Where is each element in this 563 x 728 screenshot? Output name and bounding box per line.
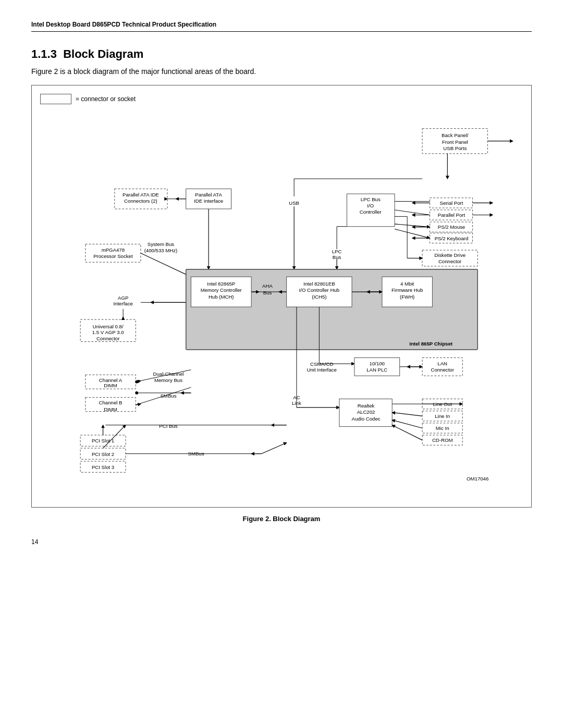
svg-text:PS/2 Mouse: PS/2 Mouse bbox=[438, 224, 465, 230]
svg-text:Connector: Connector bbox=[438, 258, 462, 264]
svg-text:USB: USB bbox=[289, 200, 299, 206]
svg-text:mPGA478: mPGA478 bbox=[102, 247, 125, 253]
svg-text:LPC Bus: LPC Bus bbox=[361, 196, 381, 202]
svg-text:System Bus: System Bus bbox=[148, 241, 175, 247]
svg-text:Intel 865P Chipset: Intel 865P Chipset bbox=[409, 341, 453, 347]
svg-text:Universal  0.8/: Universal 0.8/ bbox=[93, 324, 124, 329]
svg-text:PCI Bus: PCI Bus bbox=[159, 423, 177, 429]
svg-text:ALC202: ALC202 bbox=[357, 409, 375, 415]
intro-paragraph: Figure 2 is a block diagram of the major… bbox=[31, 67, 532, 76]
svg-text:Diskette Drive: Diskette Drive bbox=[434, 252, 466, 258]
svg-text:Processor Socket: Processor Socket bbox=[93, 253, 133, 259]
svg-text:AHA: AHA bbox=[262, 283, 273, 289]
svg-text:Firmware Hub: Firmware Hub bbox=[391, 287, 423, 293]
svg-text:SMBus: SMBus bbox=[188, 451, 204, 456]
svg-line-21 bbox=[395, 210, 430, 215]
intro-text: Figure 2 is a block diagram of the major… bbox=[31, 67, 256, 76]
legend-text: = connector or socket bbox=[76, 95, 136, 103]
document-header: Intel Desktop Board D865PCD Technical Pr… bbox=[31, 21, 532, 32]
section-title: 1.1.3 Block Diagram bbox=[31, 47, 532, 61]
svg-text:1.5 V AGP 3.0: 1.5 V AGP 3.0 bbox=[92, 329, 124, 335]
svg-text:LPC: LPC bbox=[332, 249, 342, 254]
svg-text:CD-ROM: CD-ROM bbox=[432, 437, 453, 443]
svg-text:Parallel ATA IDE: Parallel ATA IDE bbox=[123, 192, 159, 198]
svg-text:Parallel ATA: Parallel ATA bbox=[195, 192, 222, 198]
svg-line-133 bbox=[392, 413, 422, 416]
svg-text:Hub (MCH): Hub (MCH) bbox=[209, 294, 234, 300]
svg-text:Front Panel: Front Panel bbox=[442, 139, 468, 145]
svg-text:PS/2 Keyboard: PS/2 Keyboard bbox=[435, 236, 469, 241]
svg-text:(ICH5): (ICH5) bbox=[312, 294, 326, 300]
figure-caption-text: Figure 2. Block Diagram bbox=[243, 515, 321, 523]
svg-text:DIMM: DIMM bbox=[104, 406, 117, 412]
svg-text:LAN: LAN bbox=[437, 361, 447, 366]
svg-text:Back Panel/: Back Panel/ bbox=[442, 132, 469, 138]
svg-text:AGP: AGP bbox=[118, 295, 128, 301]
svg-line-30 bbox=[395, 229, 430, 238]
header-title: Intel Desktop Board D865PCD Technical Pr… bbox=[31, 21, 216, 28]
svg-text:Connectors (2): Connectors (2) bbox=[124, 198, 157, 204]
svg-line-117 bbox=[136, 387, 191, 405]
block-diagram-svg: text { font-family: Arial, Helvetica, sa… bbox=[40, 112, 523, 502]
page-number: 14 bbox=[31, 538, 532, 546]
svg-text:Intel 82801EB: Intel 82801EB bbox=[303, 281, 335, 287]
svg-text:Line In: Line In bbox=[435, 413, 450, 419]
svg-text:Parallel Port: Parallel Port bbox=[438, 212, 466, 218]
svg-text:Bus: Bus bbox=[263, 290, 272, 295]
svg-text:OM17046: OM17046 bbox=[467, 476, 488, 482]
svg-text:I/O: I/O bbox=[367, 203, 374, 208]
svg-text:Connector: Connector bbox=[96, 336, 120, 341]
svg-line-152 bbox=[261, 442, 286, 453]
svg-text:SMBus: SMBus bbox=[160, 393, 176, 399]
svg-text:LAN PLC: LAN PLC bbox=[366, 367, 387, 373]
svg-text:PCI Slot 1: PCI Slot 1 bbox=[92, 438, 114, 443]
svg-text:I/O Controller Hub: I/O Controller Hub bbox=[299, 287, 340, 293]
svg-text:4 Mbit: 4 Mbit bbox=[400, 281, 414, 287]
svg-text:Audio Codec: Audio Codec bbox=[351, 416, 380, 422]
svg-text:Realtek: Realtek bbox=[358, 403, 375, 409]
svg-line-139 bbox=[392, 425, 422, 440]
svg-text:Unit Interface: Unit Interface bbox=[307, 367, 337, 373]
svg-line-136 bbox=[392, 420, 422, 428]
svg-text:10/100: 10/100 bbox=[370, 361, 385, 366]
page-number-text: 14 bbox=[31, 538, 38, 546]
svg-text:(FWH): (FWH) bbox=[400, 294, 414, 300]
svg-line-26 bbox=[395, 224, 430, 227]
svg-line-58 bbox=[141, 253, 191, 277]
section-number: 1.1.3 bbox=[31, 47, 57, 60]
svg-text:Connector: Connector bbox=[431, 367, 454, 373]
svg-text:PCI Slot 3: PCI Slot 3 bbox=[92, 464, 114, 470]
svg-text:Intel 82865P: Intel 82865P bbox=[207, 281, 235, 287]
svg-text:(400/533 MHz): (400/533 MHz) bbox=[144, 248, 178, 253]
svg-text:Channel B: Channel B bbox=[99, 400, 123, 405]
svg-text:DIMM: DIMM bbox=[104, 382, 117, 388]
svg-text:Serial Port: Serial Port bbox=[440, 200, 463, 206]
svg-text:Controller: Controller bbox=[360, 209, 382, 215]
svg-point-109 bbox=[135, 380, 138, 384]
svg-text:IDE Interface: IDE Interface bbox=[194, 198, 223, 204]
svg-text:PCI Slot 2: PCI Slot 2 bbox=[92, 451, 114, 457]
svg-text:Interface: Interface bbox=[113, 301, 132, 306]
section-title-text: Block Diagram bbox=[63, 47, 143, 60]
svg-text:Memory Controller: Memory Controller bbox=[201, 287, 242, 293]
svg-text:Channel A: Channel A bbox=[99, 377, 123, 383]
legend: = connector or socket bbox=[40, 94, 523, 104]
svg-text:Mic In: Mic In bbox=[436, 425, 449, 431]
diagram-container: = connector or socket text { font-family… bbox=[31, 85, 532, 508]
svg-text:Memory Bus: Memory Bus bbox=[154, 377, 182, 383]
legend-box bbox=[40, 94, 71, 104]
svg-text:USB Ports: USB Ports bbox=[443, 145, 467, 151]
figure-caption: Figure 2. Block Diagram bbox=[31, 515, 532, 523]
svg-text:Dual-Channel: Dual-Channel bbox=[153, 371, 184, 377]
